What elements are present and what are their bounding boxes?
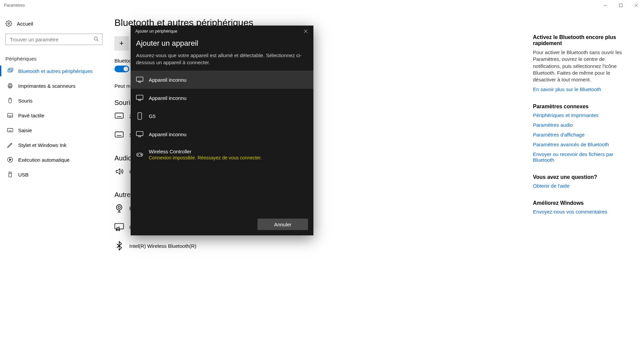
sidebar-item-usb[interactable]: USB xyxy=(0,167,108,182)
svg-point-5 xyxy=(94,37,97,40)
discovered-device[interactable]: G5 xyxy=(131,107,313,125)
svg-rect-8 xyxy=(9,68,13,71)
sidebar-item-label: Pavé tactile xyxy=(18,113,44,118)
device-name: G5 xyxy=(149,113,156,119)
device-name: Appareil inconnu xyxy=(149,95,187,101)
sidebar-item-typing[interactable]: Saisie xyxy=(0,123,108,138)
minimize-button[interactable] xyxy=(598,0,613,11)
sidebar-item-pen[interactable]: Stylet et Windows Ink xyxy=(0,138,108,152)
sidebar-item-label: Exécution automatique xyxy=(18,157,70,163)
dialog-close-button[interactable] xyxy=(298,26,313,37)
related-link[interactable]: Paramètres audio xyxy=(533,122,634,128)
printer-icon xyxy=(7,82,13,89)
sidebar-item-label: USB xyxy=(18,172,29,178)
tip-link[interactable]: En savoir plus sur le Bluetooth xyxy=(533,86,634,92)
svg-rect-9 xyxy=(8,85,12,87)
usb-icon xyxy=(7,171,13,178)
sidebar-item-touchpad[interactable]: Pavé tactile xyxy=(0,108,108,123)
svg-rect-50 xyxy=(139,100,140,101)
home-button[interactable]: Accueil xyxy=(0,16,108,31)
autoplay-icon xyxy=(7,156,13,163)
sidebar-item-bluetooth[interactable]: Bluetooth et autres périphériques xyxy=(0,64,108,78)
feedback-link[interactable]: Envoyez-nous vos commentaires xyxy=(533,209,634,215)
tip-body: Pour activer le Bluetooth sans ouvrir le… xyxy=(533,49,634,83)
discovered-device[interactable]: Appareil inconnu xyxy=(131,125,313,143)
cancel-button[interactable]: Annuler xyxy=(258,219,308,230)
related-link[interactable]: Paramètres d'affichage xyxy=(533,132,634,138)
svg-point-4 xyxy=(8,23,10,25)
improve-title: Améliorez Windows xyxy=(533,200,634,206)
svg-marker-39 xyxy=(116,169,120,174)
svg-point-40 xyxy=(116,205,122,210)
display-icon xyxy=(136,130,143,138)
add-device-button[interactable]: + xyxy=(114,36,129,50)
related-link[interactable]: Périphériques et imprimantes xyxy=(533,112,634,118)
svg-line-6 xyxy=(97,40,98,41)
bluetooth-icon xyxy=(114,241,124,251)
keyboard-icon xyxy=(114,111,124,121)
mouse-icon xyxy=(7,97,13,104)
svg-rect-10 xyxy=(9,83,11,85)
search-box[interactable] xyxy=(5,34,102,45)
speaker-icon xyxy=(114,167,124,176)
discovered-device[interactable]: Appareil inconnu xyxy=(131,89,313,107)
search-icon xyxy=(94,36,99,42)
discovered-device[interactable]: Wireless Controller Connexion impossible… xyxy=(131,143,313,166)
close-button[interactable] xyxy=(629,0,644,11)
related-title: Paramètres connexes xyxy=(533,104,634,110)
maximize-button[interactable] xyxy=(613,0,629,11)
discovered-device[interactable]: Appareil inconnu xyxy=(131,71,313,89)
sidebar-item-label: Stylet et Windows Ink xyxy=(18,142,66,148)
svg-point-59 xyxy=(141,155,142,155)
bluetooth-toggle[interactable] xyxy=(114,66,129,72)
keyboard-icon xyxy=(7,127,13,133)
dialog-heading: Ajouter un appareil xyxy=(131,37,313,52)
sidebar-item-autoplay[interactable]: Exécution automatique xyxy=(0,152,108,167)
svg-rect-33 xyxy=(115,132,123,137)
dialog-title: Ajouter un périphérique xyxy=(131,26,313,37)
svg-rect-53 xyxy=(136,131,143,136)
question-title: Vous avez une question? xyxy=(533,174,634,180)
device-name: Appareil inconnu xyxy=(149,131,187,137)
sidebar-item-label: Saisie xyxy=(18,127,32,133)
device-error: Connexion impossible. Réessayez de vous … xyxy=(149,155,262,160)
svg-rect-47 xyxy=(136,77,143,81)
svg-rect-26 xyxy=(9,174,11,177)
search-input[interactable] xyxy=(5,34,102,45)
keyboard-icon xyxy=(114,130,124,140)
related-link[interactable]: Paramètres avancés de Bluetooth xyxy=(533,142,634,147)
add-device-dialog: Ajouter un périphérique Ajouter un appar… xyxy=(131,26,313,235)
related-link[interactable]: Envoyer ou recevoir des fichiers par Blu… xyxy=(533,151,634,163)
svg-point-58 xyxy=(141,154,141,155)
sidebar-item-printers[interactable]: Imprimantes & scanneurs xyxy=(0,78,108,93)
webcam-icon xyxy=(114,203,124,213)
window-title: Paramètres xyxy=(4,3,25,8)
gear-icon xyxy=(5,20,12,27)
plus-icon: + xyxy=(120,39,124,48)
tip-title: Activez le Bluetooth encore plus rapidem… xyxy=(533,34,634,46)
phone-icon xyxy=(136,112,143,120)
home-label: Accueil xyxy=(17,21,33,27)
sidebar-item-mouse[interactable]: Souris xyxy=(0,93,108,108)
svg-rect-1 xyxy=(619,4,622,7)
device-row[interactable]: Intel(R) Wireless Bluetooth(R) xyxy=(114,236,526,255)
svg-rect-54 xyxy=(139,136,140,137)
display-icon xyxy=(136,94,143,102)
bluetooth-devices-icon xyxy=(7,68,13,74)
svg-marker-24 xyxy=(9,159,11,161)
help-link[interactable]: Obtenir de l'aide xyxy=(533,183,634,189)
svg-rect-51 xyxy=(138,113,142,119)
svg-point-41 xyxy=(118,206,121,208)
device-label: Intel(R) Wireless Bluetooth(R) xyxy=(129,243,196,249)
gamepad-icon xyxy=(136,151,143,158)
sidebar-item-label: Imprimantes & scanneurs xyxy=(18,83,75,89)
dialog-subtitle: Assurez-vous que votre appareil est allu… xyxy=(131,52,313,71)
sidebar-section-header: Périphériques xyxy=(0,49,108,64)
touchpad-icon xyxy=(7,112,13,119)
svg-rect-48 xyxy=(139,81,140,83)
svg-point-44 xyxy=(118,230,120,231)
svg-rect-17 xyxy=(7,128,13,132)
media-device-icon xyxy=(114,222,124,232)
svg-rect-27 xyxy=(115,113,123,118)
sidebar-item-label: Souris xyxy=(18,98,33,104)
